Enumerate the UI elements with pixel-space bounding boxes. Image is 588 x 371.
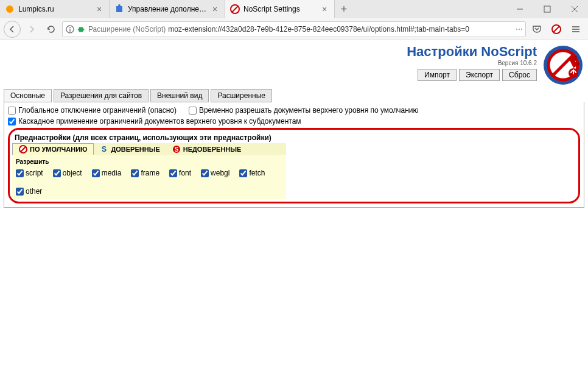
checkbox-font[interactable] [169,169,177,177]
checkbox-temp-allow[interactable] [189,107,197,115]
browser-tab-addons[interactable]: Управление дополнениями × [110,0,225,18]
default-icon [19,145,27,154]
permission-label: other [26,187,42,196]
url-text: moz-extension://432a0d28-7e9b-412e-875e-… [168,25,513,34]
permission-label: webgl [211,169,229,177]
info-icon[interactable] [65,24,75,34]
forward-button[interactable] [23,21,40,38]
export-button[interactable]: Экспорт [459,69,500,81]
noscript-toolbar-icon[interactable] [548,21,565,38]
new-tab-button[interactable]: + [335,0,353,18]
browser-titlebar: Lumpics.ru × Управление дополнениями × N… [0,0,588,18]
page-title: Настройки NoScript [407,44,537,60]
preset-tab-trusted[interactable]: S ДОВЕРЕННЫЕ [94,143,166,155]
label-global-off: Глобальное отключение ограничений (опасн… [18,106,177,115]
permissions-panel: Разрешить scriptobjectmediaframefontwebg… [12,155,286,199]
permission-label: frame [141,169,159,177]
option-temp-allow[interactable]: Временно разрешать документы верхнего ур… [189,106,419,115]
option-cascade[interactable]: Каскадное применение ограничений докумен… [8,117,580,125]
permission-label: media [102,169,122,177]
svg-rect-2 [118,4,121,7]
version-text: Версия 10.6.2 [407,60,537,66]
close-icon[interactable]: × [320,4,329,14]
url-bar[interactable]: Расширение (NoScript) moz-extension://43… [62,21,526,37]
permission-label: script [26,169,43,177]
svg-rect-1 [116,6,122,12]
pocket-icon[interactable] [528,21,545,38]
menu-icon[interactable] [567,21,584,38]
extension-label: Расширение (NoScript) [88,25,166,34]
presets-panel: Преднастройки (для всех страниц, использ… [8,128,580,203]
permission-label: fetch [249,169,265,177]
checkbox-frame[interactable] [131,169,139,177]
permission-script[interactable]: script [16,169,43,177]
tab-site-permissions[interactable]: Разрешения для сайтов [54,89,149,102]
close-icon[interactable]: × [210,4,220,14]
tab-label: Управление дополнениями [128,5,210,13]
checkbox-global-off[interactable] [8,107,16,115]
preset-label: НЕДОВЕРЕННЫЕ [183,146,242,153]
browser-tab-noscript[interactable]: NoScript Settings × [225,0,335,18]
checkbox-script[interactable] [16,169,24,177]
permission-font[interactable]: font [169,169,191,177]
svg-rect-11 [69,29,70,32]
more-actions-icon[interactable]: ⋯ [516,25,523,34]
svg-rect-21 [573,69,574,74]
preset-tab-default[interactable]: ПО УМОЛЧАНИЮ [12,143,94,155]
back-button[interactable] [4,21,21,38]
permission-object[interactable]: object [53,169,82,177]
tab-general[interactable]: Основные [4,89,52,102]
preset-label: ПО УМОЛЧАНИЮ [30,146,87,153]
page-content: Настройки NoScript Версия 10.6.2 Импорт … [0,40,588,371]
checkbox-cascade[interactable] [8,118,16,125]
checkbox-other[interactable] [16,188,24,196]
reset-button[interactable]: Сброс [502,69,537,81]
favicon-noscript [230,4,240,14]
close-icon[interactable]: × [94,4,104,14]
permission-media[interactable]: media [92,169,122,177]
tab-advanced[interactable]: Расширенные [211,89,272,102]
maximize-button[interactable] [533,0,561,18]
preset-tab-untrusted[interactable]: S НЕДОВЕРЕННЫЕ [166,143,248,155]
checkbox-object[interactable] [53,169,61,177]
checkbox-media[interactable] [92,169,100,177]
reload-button[interactable] [43,21,60,38]
permission-webgl[interactable]: webgl [201,169,229,177]
preset-label: ДОВЕРЕННЫЕ [111,146,159,153]
browser-tab-lumpics[interactable]: Lumpics.ru × [0,0,110,18]
checkbox-fetch[interactable] [239,169,247,177]
trusted-icon: S [100,145,108,154]
favicon-addons [114,4,124,14]
svg-text:S: S [174,146,178,153]
allow-label: Разрешить [16,158,282,165]
tab-label: NoScript Settings [243,5,320,13]
preset-tabs: ПО УМОЛЧАНИЮ S ДОВЕРЕННЫЕ S [12,143,286,155]
permission-fetch[interactable]: fetch [239,169,265,177]
general-options-panel: Глобальное отключение ограничений (опасн… [4,102,584,208]
permission-frame[interactable]: frame [131,169,159,177]
presets-title: Преднастройки (для всех страниц, использ… [12,132,286,143]
close-window-button[interactable] [561,0,588,18]
extension-icon [77,25,86,34]
checkbox-webgl[interactable] [201,169,209,177]
window-controls [506,0,588,18]
minimize-button[interactable] [506,0,533,18]
noscript-logo [542,44,584,87]
option-global-off[interactable]: Глобальное отключение ограничений (опасн… [8,106,177,115]
svg-rect-6 [544,6,550,12]
svg-point-0 [6,5,13,13]
untrusted-icon: S [172,145,181,154]
label-cascade: Каскадное применение ограничений докумен… [18,117,301,125]
import-button[interactable]: Импорт [418,69,457,81]
permission-label: font [179,169,191,177]
permission-label: object [63,169,82,177]
favicon-lumpics [5,4,15,14]
settings-tabs: Основные Разрешения для сайтов Внешний в… [4,89,584,102]
permission-other[interactable]: other [16,187,42,196]
svg-text:S: S [102,145,107,154]
browser-toolbar: Расширение (NoScript) moz-extension://43… [0,18,588,40]
label-temp-allow: Временно разрешать документы верхнего ур… [199,106,419,115]
tab-label: Lumpics.ru [18,5,94,13]
svg-point-10 [69,27,71,28]
tab-appearance[interactable]: Внешний вид [150,89,209,102]
